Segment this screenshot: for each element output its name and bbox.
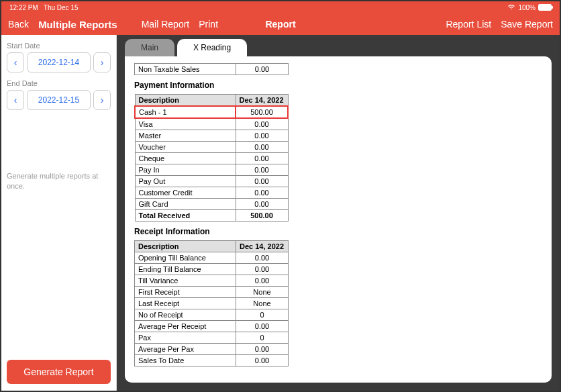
- table-row: Sales To Date0.00: [135, 355, 289, 366]
- table-row: Opening Till Balance0.00: [135, 252, 289, 264]
- row-label: Pax: [135, 332, 236, 344]
- generate-report-button[interactable]: Generate Report: [7, 360, 111, 384]
- table-row: Ending Till Balance0.00: [135, 264, 289, 275]
- end-date-label: End Date: [7, 79, 111, 87]
- row-value: None: [236, 287, 289, 298]
- row-label: Gift Card: [135, 199, 236, 210]
- table-row: Pay Out0.00: [135, 176, 288, 187]
- receipt-table: Description Dec 14, 2022 Opening Till Ba…: [134, 240, 289, 366]
- row-label: Cheque: [135, 153, 236, 164]
- col-description: Description: [135, 95, 236, 107]
- receipt-section-title: Receipt Information: [134, 227, 542, 236]
- non-taxable-value: 0.00: [236, 64, 289, 75]
- side-title: Multiple Reports: [38, 19, 117, 30]
- row-label: Till Variance: [135, 275, 236, 287]
- tab-xreading[interactable]: X Reading: [177, 39, 247, 56]
- row-value: 0.00: [236, 344, 289, 355]
- tab-main[interactable]: Main: [125, 39, 174, 56]
- chevron-left-icon: ‹: [14, 95, 17, 105]
- end-date-button[interactable]: 2022-12-15: [27, 90, 91, 110]
- table-row: Last ReceiptNone: [135, 298, 289, 309]
- row-value: 0.00: [236, 187, 288, 199]
- start-date-label: Start Date: [7, 42, 111, 50]
- status-time: 12:22 PM: [9, 4, 38, 11]
- battery-percent: 100%: [518, 4, 536, 11]
- report-list-button[interactable]: Report List: [446, 19, 491, 30]
- row-label: Ending Till Balance: [135, 264, 236, 275]
- content-area: Main X Reading Non Taxable Sales 0.00 Pa…: [117, 35, 560, 391]
- start-date-prev-button[interactable]: ‹: [7, 52, 24, 72]
- table-row: Cheque0.00: [135, 153, 288, 164]
- tabs: Main X Reading: [125, 35, 552, 56]
- print-button[interactable]: Print: [199, 19, 218, 30]
- row-value: 0.00: [236, 142, 288, 153]
- row-label: Pay In: [135, 164, 236, 176]
- row-label: Average Per Pax: [135, 344, 236, 355]
- table-header-row: Description Dec 14, 2022: [135, 95, 288, 107]
- table-row: Till Variance0.00: [135, 275, 289, 287]
- table-row: Pax0: [135, 332, 289, 344]
- row-value: 0: [236, 332, 289, 344]
- row-label: Voucher: [135, 142, 236, 153]
- table-row: Average Per Receipt0.00: [135, 321, 289, 332]
- table-row: Voucher0.00: [135, 142, 288, 153]
- table-row: Visa0.00: [135, 118, 288, 130]
- sidebar: Start Date ‹ 2022-12-14 › End Date ‹ 202…: [1, 35, 117, 391]
- row-label: Opening Till Balance: [135, 252, 236, 264]
- save-report-button[interactable]: Save Report: [501, 19, 553, 30]
- row-label: First Receipt: [135, 287, 236, 298]
- start-date-button[interactable]: 2022-12-14: [27, 52, 91, 72]
- col-date: Dec 14, 2022: [236, 241, 289, 252]
- table-row: Customer Credit0.00: [135, 187, 288, 199]
- row-value: 0.00: [236, 176, 288, 187]
- payment-section-title: Payment Information: [134, 81, 542, 90]
- total-row: Total Received 500.00: [135, 210, 288, 222]
- end-date-next-button[interactable]: ›: [93, 90, 111, 110]
- row-label: Cash - 1: [135, 106, 236, 118]
- row-value: 0.00: [236, 355, 289, 366]
- table-row: Pay In0.00: [135, 164, 288, 176]
- total-label: Total Received: [135, 210, 236, 222]
- helper-text: Generate multiple reports at once.: [7, 171, 111, 192]
- non-taxable-table: Non Taxable Sales 0.00: [134, 63, 289, 75]
- row-value: 0.00: [236, 164, 288, 176]
- chevron-right-icon: ›: [101, 95, 104, 105]
- non-taxable-label: Non Taxable Sales: [135, 64, 236, 75]
- row-value: 0.00: [236, 252, 289, 264]
- row-value: 0.00: [236, 118, 288, 130]
- row-label: Last Receipt: [135, 298, 236, 309]
- row-value: 0.00: [236, 275, 289, 287]
- start-date-next-button[interactable]: ›: [93, 52, 111, 72]
- row-value: 0.00: [236, 321, 289, 332]
- table-row: First ReceiptNone: [135, 287, 289, 298]
- mail-report-button[interactable]: Mail Report: [142, 19, 190, 30]
- col-description: Description: [135, 241, 236, 252]
- report-panel[interactable]: Non Taxable Sales 0.00 Payment Informati…: [125, 56, 552, 383]
- row-label: No of Receipt: [135, 309, 236, 321]
- row-label: Pay Out: [135, 176, 236, 187]
- chevron-left-icon: ‹: [14, 57, 17, 68]
- header-bar: Back Multiple Reports Mail Report Print …: [1, 13, 560, 35]
- status-date: Thu Dec 15: [44, 4, 79, 11]
- col-date: Dec 14, 2022: [236, 95, 288, 107]
- table-row: No of Receipt0: [135, 309, 289, 321]
- page-title: Report: [265, 19, 295, 30]
- row-label: Average Per Receipt: [135, 321, 236, 332]
- row-value: 0.00: [236, 264, 289, 275]
- row-label: Visa: [135, 118, 236, 130]
- row-label: Master: [135, 130, 236, 142]
- row-label: Customer Credit: [135, 187, 236, 199]
- payment-table: Description Dec 14, 2022 Cash - 1500.00V…: [134, 94, 289, 222]
- table-header-row: Description Dec 14, 2022: [135, 241, 289, 252]
- total-value: 500.00: [236, 210, 288, 222]
- end-date-prev-button[interactable]: ‹: [7, 90, 24, 110]
- row-value: 500.00: [236, 106, 288, 118]
- row-value: 0.00: [236, 130, 288, 142]
- table-row: Gift Card0.00: [135, 199, 288, 210]
- battery-icon: [538, 4, 552, 11]
- table-row: Cash - 1500.00: [135, 106, 288, 118]
- row-label: Sales To Date: [135, 355, 236, 366]
- back-button[interactable]: Back: [8, 19, 29, 30]
- row-value: 0.00: [236, 199, 288, 210]
- table-row: Master0.00: [135, 130, 288, 142]
